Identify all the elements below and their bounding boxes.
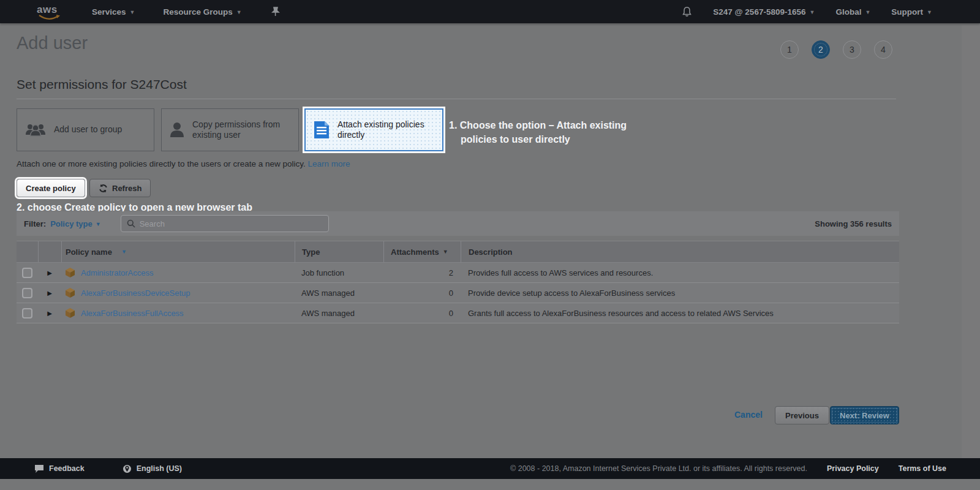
region-label: Global	[835, 7, 861, 17]
step-2-active[interactable]: 2	[812, 40, 830, 59]
column-attachments[interactable]: Attachments ▼	[383, 241, 461, 262]
policy-cube-icon	[65, 267, 75, 278]
learn-more-link[interactable]: Learn more	[308, 159, 350, 168]
policy-document-icon	[313, 120, 330, 140]
select-all-cell	[17, 241, 38, 262]
intro-sentence: Attach one or more existing policies dir…	[17, 159, 306, 168]
policy-description: Grants full access to AlexaForBusiness r…	[468, 309, 774, 318]
chevron-down-icon: ▼	[809, 9, 815, 15]
divider	[17, 99, 896, 99]
row-expand-icon[interactable]: ▶	[47, 290, 52, 296]
policy-attachments: 0	[449, 309, 453, 318]
step-3[interactable]: 3	[843, 40, 861, 59]
aws-smile-icon	[38, 14, 61, 21]
table-row: ▶ AlexaForBusinessDeviceSetup AWS manage…	[17, 283, 899, 303]
filter-bar: Filter: Policy type ▼ Showing 356 result…	[17, 211, 899, 236]
aws-logo[interactable]: aws	[37, 4, 61, 20]
column-description: Description	[461, 241, 899, 262]
nav-services[interactable]: Services ▼	[92, 7, 135, 17]
nav-resource-groups[interactable]: Resource Groups ▼	[163, 7, 241, 17]
next-review-label: Next: Review	[840, 411, 889, 420]
column-policy-name[interactable]: Policy name ▼	[61, 241, 295, 262]
account-label: S247 @ 2567-5809-1656	[713, 7, 805, 17]
language-selector[interactable]: English (US)	[123, 464, 182, 473]
results-count: Showing 356 results	[815, 219, 892, 228]
chevron-down-icon: ▼	[865, 9, 870, 15]
footer-bar: Feedback English (US) © 2008 - 2018, Ama…	[0, 458, 980, 479]
feedback-bubble-icon	[34, 464, 44, 473]
policy-type: AWS managed	[301, 288, 355, 298]
wizard-step-indicator: 1 2 3 4	[780, 40, 892, 59]
column-description-label: Description	[469, 247, 513, 257]
globe-icon	[123, 464, 132, 473]
policy-cube-icon	[65, 287, 75, 298]
table-header-row: Policy name ▼ Type Attachments ▼ Descrip…	[17, 241, 899, 263]
policy-name-link[interactable]: AdministratorAccess	[81, 268, 153, 277]
refresh-button[interactable]: Refresh	[89, 179, 151, 197]
row-checkbox[interactable]	[22, 288, 32, 298]
option-add-user-to-group[interactable]: Add user to group	[17, 108, 154, 151]
pin-icon[interactable]	[271, 7, 280, 17]
step-4[interactable]: 4	[874, 40, 892, 59]
refresh-label: Refresh	[112, 184, 141, 193]
column-attachments-label: Attachments	[391, 247, 439, 257]
policy-attachments: 2	[449, 268, 453, 277]
privacy-policy-link[interactable]: Privacy Policy	[827, 464, 879, 473]
option-label: Copy permissions from existing user	[192, 119, 290, 141]
row-expand-icon[interactable]: ▶	[47, 310, 52, 317]
terms-of-use-link[interactable]: Terms of Use	[899, 464, 946, 473]
next-review-button[interactable]: Next: Review	[830, 406, 899, 424]
copyright-text: © 2008 - 2018, Amazon Internet Services …	[510, 464, 807, 473]
policy-description: Provides full access to AWS services and…	[468, 268, 653, 277]
search-icon	[127, 219, 135, 228]
feedback-label: Feedback	[49, 464, 85, 473]
row-expand-icon[interactable]: ▶	[47, 270, 52, 276]
option-label: Add user to group	[54, 124, 122, 135]
notifications-bell-icon[interactable]	[682, 6, 692, 17]
support-menu[interactable]: Support ▼	[891, 7, 932, 17]
scrollbar-track[interactable]	[962, 25, 980, 458]
policy-attachments: 0	[449, 288, 453, 298]
section-heading: Set permissions for S247Cost	[17, 77, 187, 92]
row-checkbox[interactable]	[22, 308, 32, 318]
search-input[interactable]	[140, 219, 323, 228]
expander-header-cell	[38, 241, 61, 262]
account-menu[interactable]: S247 @ 2567-5809-1656 ▼	[713, 7, 815, 17]
policy-table: Policy name ▼ Type Attachments ▼ Descrip…	[17, 241, 899, 323]
policy-name-link[interactable]: AlexaForBusinessFullAccess	[81, 309, 184, 318]
chevron-down-icon: ▼	[96, 221, 101, 227]
add-user-page: aws Services ▼ Resource Groups ▼ S247 @ …	[0, 0, 980, 490]
cancel-button[interactable]: Cancel	[734, 410, 763, 420]
table-row: ▶ AdministratorAccess Job function 2 Pro…	[17, 263, 899, 283]
policy-name-link[interactable]: AlexaForBusinessDeviceSetup	[81, 288, 190, 298]
row-checkbox[interactable]	[22, 268, 32, 278]
option-copy-permissions[interactable]: Copy permissions from existing user	[161, 108, 299, 151]
previous-button[interactable]: Previous	[775, 406, 829, 424]
chevron-down-icon: ▼	[236, 9, 242, 15]
policy-type: Job function	[301, 268, 344, 277]
create-policy-button[interactable]: Create policy	[17, 179, 85, 197]
step-1[interactable]: 1	[780, 40, 799, 59]
column-type-label: Type	[302, 247, 320, 257]
tutorial-annotation-1: 1. Choose the option – Attach existing p…	[449, 118, 645, 146]
user-group-icon	[24, 123, 47, 137]
top-nav-bar: aws Services ▼ Resource Groups ▼ S247 @ …	[0, 0, 980, 23]
sort-icon: ▼	[443, 249, 448, 255]
chevron-down-icon: ▼	[927, 9, 932, 15]
column-type[interactable]: Type	[295, 241, 383, 262]
chevron-down-icon: ▼	[130, 9, 135, 15]
intro-text: Attach one or more existing policies dir…	[17, 159, 350, 168]
nav-services-label: Services	[92, 7, 126, 17]
user-icon	[169, 121, 185, 138]
option-attach-existing-policies[interactable]: Attach existing policies directly	[304, 108, 443, 151]
region-menu[interactable]: Global ▼	[835, 7, 870, 17]
support-label: Support	[891, 7, 923, 17]
policy-cube-icon	[65, 307, 75, 318]
column-policy-name-label: Policy name	[66, 247, 112, 257]
feedback-button[interactable]: Feedback	[34, 464, 85, 473]
page-title: Add user	[17, 33, 88, 53]
table-row: ▶ AlexaForBusinessFullAccess AWS managed…	[17, 303, 899, 323]
policy-type: AWS managed	[301, 309, 355, 318]
filter-policy-type-dropdown[interactable]: Policy type	[50, 219, 92, 228]
search-box[interactable]	[121, 215, 329, 232]
